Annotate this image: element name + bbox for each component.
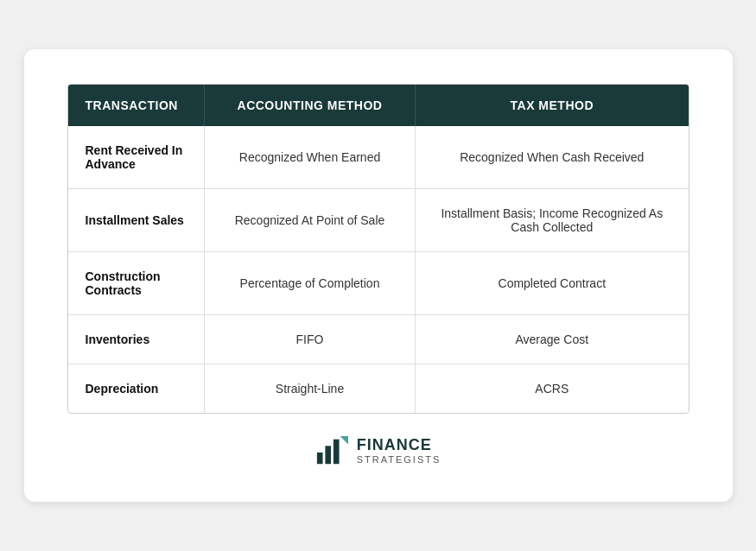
- col-header-transaction: TRANSACTION: [68, 85, 205, 126]
- logo-area: FINANCE STRATEGISTS: [315, 434, 442, 467]
- cell-accounting-1: Recognized At Point of Sale: [204, 189, 415, 252]
- table-row: Rent Received In AdvanceRecognized When …: [68, 126, 689, 189]
- cell-transaction-0: Rent Received In Advance: [68, 126, 205, 189]
- main-card: TRANSACTION ACCOUNTING METHOD TAX METHOD…: [24, 49, 733, 502]
- svg-marker-3: [340, 436, 348, 445]
- cell-transaction-3: Inventories: [68, 315, 205, 364]
- cell-accounting-2: Percentage of Completion: [204, 252, 415, 315]
- logo-text: FINANCE STRATEGISTS: [357, 437, 442, 465]
- cell-tax-4: ACRS: [416, 364, 689, 414]
- table-row: Installment SalesRecognized At Point of …: [68, 189, 689, 252]
- table-wrapper: TRANSACTION ACCOUNTING METHOD TAX METHOD…: [67, 84, 689, 414]
- comparison-table: TRANSACTION ACCOUNTING METHOD TAX METHOD…: [68, 85, 689, 413]
- col-header-tax: TAX METHOD: [416, 85, 689, 126]
- cell-tax-0: Recognized When Cash Received: [416, 126, 689, 189]
- cell-transaction-4: Depreciation: [68, 364, 205, 414]
- cell-tax-2: Completed Contract: [416, 252, 689, 315]
- finance-strategists-logo-icon: [315, 434, 348, 467]
- table-row: InventoriesFIFOAverage Cost: [68, 315, 689, 364]
- cell-transaction-2: Construction Contracts: [68, 252, 205, 315]
- svg-rect-2: [334, 440, 340, 465]
- svg-rect-1: [325, 446, 331, 464]
- table-row: Construction ContractsPercentage of Comp…: [68, 252, 689, 315]
- cell-transaction-1: Installment Sales: [68, 189, 205, 252]
- cell-accounting-4: Straight-Line: [204, 364, 415, 414]
- table-row: DepreciationStraight-LineACRS: [68, 364, 689, 414]
- cell-tax-1: Installment Basis; Income Recognized As …: [416, 189, 689, 252]
- cell-tax-3: Average Cost: [416, 315, 689, 364]
- logo-finance-label: FINANCE: [357, 437, 442, 454]
- logo-strategists-label: STRATEGISTS: [357, 454, 442, 465]
- table-header-row: TRANSACTION ACCOUNTING METHOD TAX METHOD: [68, 85, 689, 126]
- cell-accounting-3: FIFO: [204, 315, 415, 364]
- svg-rect-0: [317, 453, 323, 464]
- cell-accounting-0: Recognized When Earned: [204, 126, 415, 189]
- col-header-accounting: ACCOUNTING METHOD: [204, 85, 415, 126]
